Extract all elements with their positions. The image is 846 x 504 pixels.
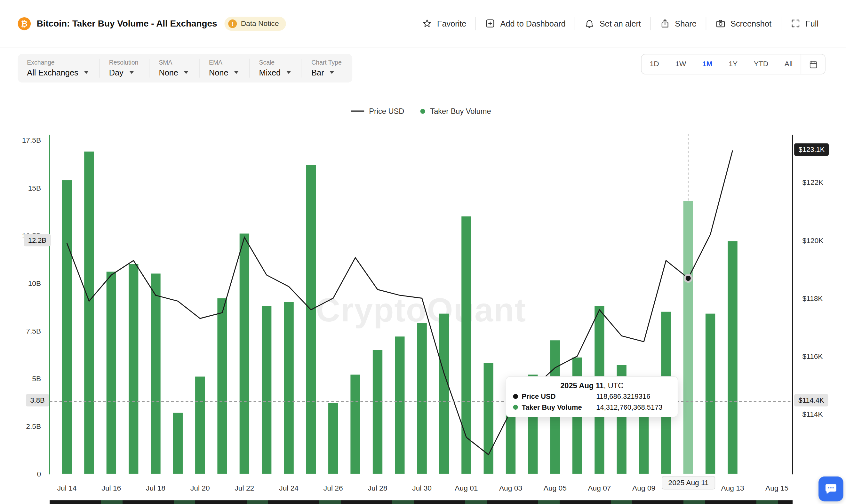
tooltip-series-value: 14,312,760,368.5173 bbox=[596, 403, 662, 411]
chart-tooltip: 2025 Aug 11, UTC Price USD 118,686.32193… bbox=[506, 376, 678, 417]
x-axis-tick: Jul 14 bbox=[57, 484, 77, 492]
x-axis-tick: Jul 30 bbox=[412, 484, 431, 492]
left-axis-tick: 2.5B bbox=[26, 422, 41, 430]
volume-bar bbox=[373, 350, 382, 474]
volume-dot-icon bbox=[513, 405, 518, 410]
current-volume-badge: 12.2B bbox=[24, 234, 51, 247]
chart-page: ₿ Bitcoin: Taker Buy Volume - All Exchan… bbox=[0, 0, 846, 504]
volume-bar bbox=[62, 180, 72, 474]
volume-bar bbox=[151, 273, 160, 474]
left-axis-tick: 15B bbox=[28, 184, 41, 192]
volume-bar bbox=[173, 413, 183, 474]
volume-bar bbox=[195, 377, 205, 474]
price-dot-icon bbox=[513, 394, 518, 399]
tooltip-row-volume: Taker Buy Volume 14,312,760,368.5173 bbox=[513, 403, 671, 411]
x-axis-tick: Aug 15 bbox=[765, 484, 788, 492]
volume-bar bbox=[84, 151, 94, 474]
volume-bar bbox=[684, 201, 693, 474]
price-marker bbox=[685, 275, 692, 282]
tooltip-series-name: Taker Buy Volume bbox=[522, 403, 596, 411]
volume-bar bbox=[439, 314, 449, 474]
left-axis-tick: 7.5B bbox=[26, 327, 41, 335]
x-axis-tick: Aug 01 bbox=[455, 484, 478, 492]
highlighted-date-badge: 2025 Aug 11 bbox=[662, 476, 715, 489]
right-axis-tick: $122K bbox=[802, 178, 823, 186]
chat-widget-button[interactable] bbox=[818, 476, 843, 501]
volume-bar bbox=[129, 264, 138, 474]
x-axis-tick: Aug 07 bbox=[588, 484, 611, 492]
x-axis-tick: Jul 28 bbox=[368, 484, 387, 492]
crosshair-price-badge: $114.4K bbox=[794, 394, 828, 407]
volume-bar bbox=[328, 403, 338, 474]
current-price-badge: $123.1K bbox=[794, 143, 829, 156]
volume-bar bbox=[240, 233, 249, 474]
tooltip-series-value: 118,686.3219316 bbox=[596, 392, 650, 400]
right-axis-tick: $120K bbox=[802, 236, 823, 245]
x-axis-tick: Jul 24 bbox=[279, 484, 299, 492]
right-axis-tick: $114K bbox=[802, 410, 823, 418]
timeline-navigator[interactable] bbox=[50, 500, 793, 504]
x-axis-tick: Jul 16 bbox=[102, 484, 121, 492]
volume-bar bbox=[306, 165, 316, 474]
volume-bar bbox=[728, 241, 737, 474]
volume-bar bbox=[417, 323, 426, 474]
volume-bar bbox=[484, 363, 493, 474]
x-axis-tick: Jul 20 bbox=[190, 484, 210, 492]
chat-icon bbox=[825, 483, 838, 496]
volume-bar bbox=[461, 216, 471, 474]
tooltip-timezone: , UTC bbox=[604, 381, 623, 390]
right-axis-tick: $118K bbox=[802, 294, 823, 303]
volume-bar bbox=[284, 302, 294, 474]
x-axis-tick: Aug 13 bbox=[721, 484, 744, 492]
x-axis-tick: Jul 26 bbox=[323, 484, 343, 492]
volume-bar bbox=[350, 375, 360, 474]
tooltip-title: 2025 Aug 11, UTC bbox=[513, 381, 671, 390]
left-axis-tick: 17.5B bbox=[22, 136, 41, 145]
tooltip-series-name: Price USD bbox=[522, 392, 596, 400]
volume-bar bbox=[262, 306, 271, 474]
x-axis-tick: Aug 09 bbox=[632, 484, 655, 492]
right-axis-tick: $116K bbox=[802, 352, 823, 360]
tooltip-row-price: Price USD 118,686.3219316 bbox=[513, 392, 671, 400]
volume-bar bbox=[107, 272, 116, 474]
crosshair-volume-badge: 3.8B bbox=[26, 394, 49, 407]
chart-plot-area[interactable]: 02.5B5B7.5B10B12.5B15B17.5B$114K$116K$11… bbox=[0, 0, 846, 504]
left-axis-tick: 10B bbox=[28, 279, 41, 288]
x-axis-tick: Aug 05 bbox=[544, 484, 567, 492]
volume-bar bbox=[706, 314, 715, 474]
volume-bar bbox=[395, 337, 404, 474]
volume-bar bbox=[217, 299, 227, 474]
left-axis-tick: 0 bbox=[37, 470, 41, 478]
left-axis-tick: 5B bbox=[32, 375, 41, 383]
x-axis-tick: Aug 03 bbox=[499, 484, 522, 492]
x-axis-tick: Jul 22 bbox=[234, 484, 254, 492]
tooltip-date: 2025 Aug 11 bbox=[560, 381, 604, 390]
x-axis-tick: Jul 18 bbox=[146, 484, 165, 492]
